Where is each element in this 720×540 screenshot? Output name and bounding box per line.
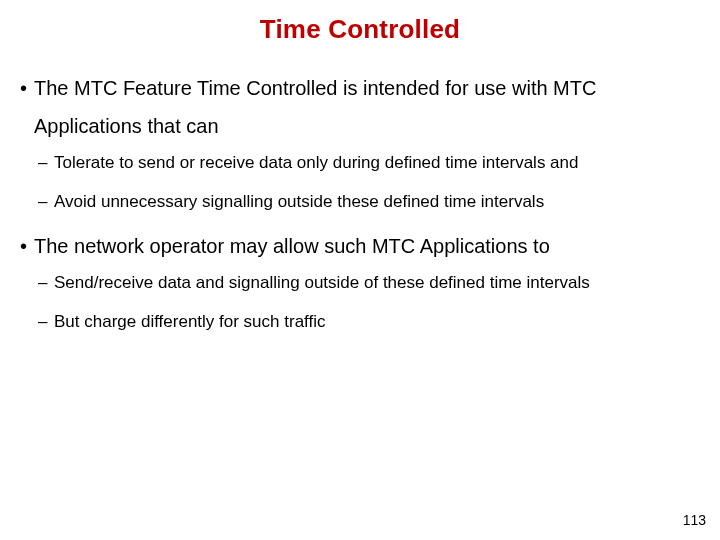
bullet-glyph: • bbox=[20, 69, 34, 145]
sub-bullet-text: Avoid unnecessary signalling outside the… bbox=[54, 188, 700, 217]
slide: Time Controlled • The MTC Feature Time C… bbox=[0, 0, 720, 540]
slide-title: Time Controlled bbox=[20, 14, 700, 45]
dash-glyph: – bbox=[38, 308, 54, 337]
sub-bullet-item: – But charge differently for such traffi… bbox=[20, 308, 700, 337]
sub-bullet-item: – Avoid unnecessary signalling outside t… bbox=[20, 188, 700, 217]
bullet-glyph: • bbox=[20, 227, 34, 265]
bullet-text: The MTC Feature Time Controlled is inten… bbox=[34, 69, 700, 145]
sub-bullet-text: But charge differently for such traffic bbox=[54, 308, 700, 337]
dash-glyph: – bbox=[38, 269, 54, 298]
bullet-text: The network operator may allow such MTC … bbox=[34, 227, 700, 265]
bullet-item: • The MTC Feature Time Controlled is int… bbox=[20, 69, 700, 145]
bullet-item: • The network operator may allow such MT… bbox=[20, 227, 700, 265]
page-number: 113 bbox=[683, 512, 706, 528]
dash-glyph: – bbox=[38, 149, 54, 178]
dash-glyph: – bbox=[38, 188, 54, 217]
sub-bullet-text: Tolerate to send or receive data only du… bbox=[54, 149, 700, 178]
sub-bullet-text: Send/receive data and signalling outside… bbox=[54, 269, 700, 298]
sub-bullet-item: – Tolerate to send or receive data only … bbox=[20, 149, 700, 178]
sub-bullet-item: – Send/receive data and signalling outsi… bbox=[20, 269, 700, 298]
